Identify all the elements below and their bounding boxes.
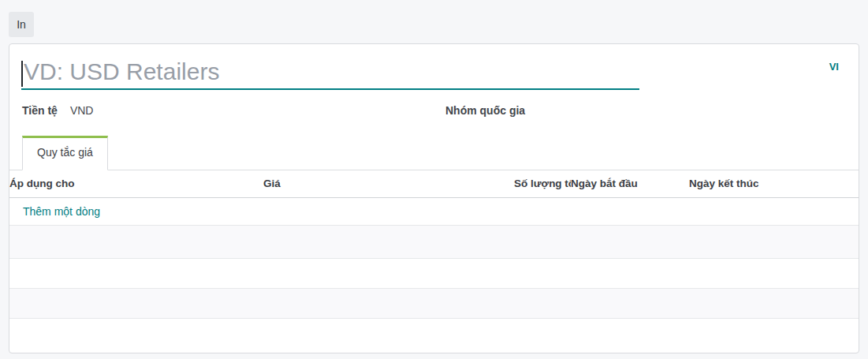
form-fields-row: Tiền tệ VND Nhóm quốc gia xyxy=(22,103,859,118)
column-header-price[interactable]: Giá xyxy=(263,170,514,197)
empty-table-row xyxy=(9,258,859,288)
empty-table-row xyxy=(9,225,859,258)
page: In VI Tiền tệ VND Nhóm quốc gia Quy tắc … xyxy=(0,0,868,353)
pricelist-form-card: VI Tiền tệ VND Nhóm quốc gia Quy tắc giá xyxy=(9,43,859,353)
empty-table-row xyxy=(9,318,859,353)
add-a-line-row: Thêm một dòng xyxy=(9,197,859,225)
price-rules-table: Áp dụng cho Giá Số lượng tối... Ngày bắt… xyxy=(9,170,859,353)
text-cursor xyxy=(21,61,23,87)
pricelist-name-wrapper xyxy=(21,57,639,90)
empty-table-row xyxy=(9,288,859,318)
column-header-apply-on[interactable]: Áp dụng cho xyxy=(9,170,263,197)
country-group-field-group: Nhóm quốc gia xyxy=(445,103,569,118)
notebook-tab-bar: Quy tắc giá xyxy=(9,136,859,170)
currency-field-label: Tiền tệ xyxy=(22,104,58,117)
table-header-row: Áp dụng cho Giá Số lượng tối... Ngày bắt… xyxy=(9,170,859,197)
tab-price-rules[interactable]: Quy tắc giá xyxy=(22,136,108,170)
column-header-end-date[interactable]: Ngày kết thúc xyxy=(689,170,859,197)
country-group-field-label: Nhóm quốc gia xyxy=(445,104,525,117)
print-button[interactable]: In xyxy=(9,12,34,37)
top-toolbar: In xyxy=(0,0,868,43)
column-header-min-quantity[interactable]: Số lượng tối... xyxy=(514,170,571,197)
currency-field-value[interactable]: VND xyxy=(70,104,102,117)
pricelist-name-input[interactable] xyxy=(21,57,639,90)
translation-vi-badge[interactable]: VI xyxy=(829,61,839,73)
currency-field-group: Tiền tệ VND xyxy=(22,103,445,118)
column-header-start-date[interactable]: Ngày bắt đầu xyxy=(571,170,689,197)
add-a-line-link[interactable]: Thêm một dòng xyxy=(9,197,859,225)
